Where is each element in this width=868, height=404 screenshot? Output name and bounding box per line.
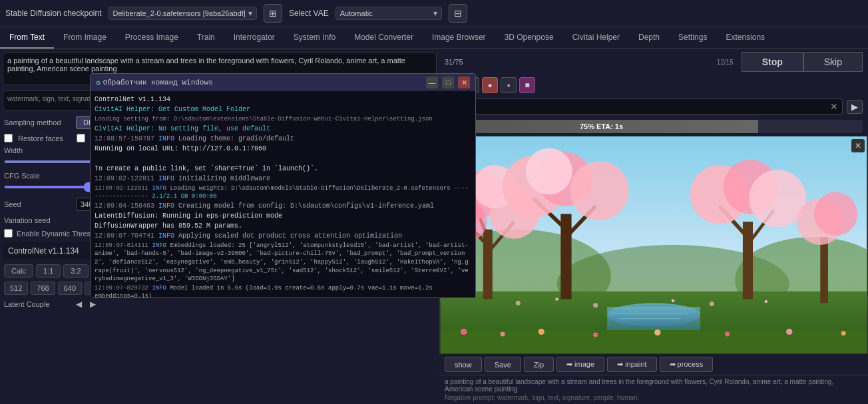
svg-point-36 bbox=[710, 302, 714, 306]
to-image-btn[interactable]: ➡ image bbox=[556, 357, 604, 372]
latent-couple-arrow[interactable]: ◀ bbox=[76, 300, 82, 309]
console-line-9: 12:09:02-122811 INFO Loading weights: D:… bbox=[95, 184, 471, 201]
svg-point-43 bbox=[539, 329, 544, 335]
top-bar: Stable Diffusion checkpoint Deliberate_2… bbox=[0, 0, 868, 27]
console-body: ControlNet v1.1.134 CivitAI Helper: Get … bbox=[91, 91, 475, 298]
styles-clear-btn[interactable]: ✕ bbox=[830, 101, 838, 112]
tab-image-browser[interactable]: Image Browser bbox=[423, 27, 495, 49]
image-close-btn[interactable]: ✕ bbox=[851, 139, 865, 152]
tab-depth[interactable]: Depth bbox=[629, 27, 669, 49]
tool-icons-row: ✓ 🗑 ● ▪ ■ bbox=[439, 75, 868, 96]
tab-process-image[interactable]: Process Image bbox=[116, 27, 188, 49]
settings-icon: ⊟ bbox=[454, 8, 462, 19]
console-icon: ⚙ bbox=[96, 79, 101, 87]
stop-button[interactable]: Stop bbox=[742, 52, 803, 72]
zip-btn[interactable]: Zip bbox=[524, 357, 554, 372]
tab-3d-openpose[interactable]: 3D Openpose bbox=[495, 27, 563, 49]
console-line-14: 12:09:07-814111 INFO Embeddings loaded: … bbox=[95, 242, 471, 284]
console-titlebar: ⚙ Обработчик команд Windows — □ ✕ bbox=[91, 74, 475, 91]
tool-square-btn[interactable]: ■ bbox=[519, 77, 535, 93]
tool-circle-btn[interactable]: ● bbox=[482, 77, 498, 93]
bottom-prompt-display: a painting of a beautiful landscape with… bbox=[439, 375, 868, 404]
vae-select[interactable]: Automatic ▾ bbox=[335, 7, 442, 20]
image-area: ✕ bbox=[439, 136, 868, 354]
restore-faces-label: Restore faces bbox=[18, 134, 63, 142]
tab-system-info[interactable]: System Info bbox=[284, 27, 345, 49]
progress-info: 31/75 bbox=[445, 58, 463, 66]
console-close-btn[interactable]: ✕ bbox=[458, 77, 470, 89]
show-btn[interactable]: show bbox=[445, 357, 482, 372]
skip-button[interactable]: Skip bbox=[803, 52, 863, 72]
main-content: a painting of a beautiful landscape with… bbox=[0, 49, 868, 404]
console-line-5: Running on local URL: http://127.0.0.1:7… bbox=[95, 144, 471, 154]
aspect-3-2-btn[interactable]: 3:2 bbox=[63, 264, 88, 278]
to-process-btn[interactable]: ➡ process bbox=[660, 357, 714, 372]
svg-point-47 bbox=[786, 329, 792, 335]
svg-point-35 bbox=[672, 300, 675, 303]
eta-progress-bar: 75% ETA: 1s bbox=[445, 120, 863, 133]
vae-icon-btn[interactable]: ⊟ bbox=[449, 4, 467, 23]
svg-point-22 bbox=[526, 148, 572, 194]
svg-point-46 bbox=[725, 331, 730, 336]
latent-couple-arrow-right[interactable]: ▶ bbox=[90, 300, 96, 309]
restore-faces-checkbox[interactable] bbox=[4, 134, 13, 142]
generated-image bbox=[440, 136, 867, 353]
right-top-bar: 31/75 12/15 Stop Skip bbox=[439, 49, 868, 75]
console-line-8: 12:09:02-122811 INFO Initializing middle… bbox=[95, 174, 471, 184]
size-640-btn[interactable]: 640 bbox=[58, 282, 82, 295]
eta-progress-fill: 75% ETA: 1s bbox=[445, 120, 758, 133]
console-title: ⚙ Обработчик команд Windows bbox=[96, 79, 213, 87]
latent-couple-row: Latent Couple ◀ ▶ bbox=[0, 297, 439, 311]
tab-train[interactable]: Train bbox=[188, 27, 224, 49]
console-maximize-btn[interactable]: □ bbox=[442, 77, 454, 89]
calc-btn[interactable]: Calc bbox=[4, 264, 33, 278]
tiling-checkbox[interactable] bbox=[77, 134, 85, 142]
to-inpaint-btn[interactable]: ➡ inpaint bbox=[607, 357, 656, 372]
svg-point-42 bbox=[500, 331, 505, 336]
vae-dropdown-icon: ▾ bbox=[433, 9, 437, 18]
stop-skip-btns: Stop Skip bbox=[742, 52, 863, 72]
tab-model-converter[interactable]: Model Converter bbox=[345, 27, 423, 49]
console-controls: — □ ✕ bbox=[426, 77, 470, 89]
dyn-thresh-checkbox[interactable] bbox=[4, 229, 13, 238]
svg-point-45 bbox=[654, 329, 660, 335]
tab-civitai-helper[interactable]: Civitai Helper bbox=[563, 27, 629, 49]
aspect-1-1-btn[interactable]: 1:1 bbox=[36, 264, 61, 278]
progress-info-2: 12/15 bbox=[717, 59, 734, 66]
console-line-3: CivitAI Helper: No setting file, use def… bbox=[95, 124, 471, 134]
console-line-2: Loading setting from: D:\sdautom\extensi… bbox=[95, 115, 471, 124]
tab-from-text[interactable]: From Text bbox=[0, 27, 54, 49]
size-512-btn[interactable]: 512 bbox=[4, 282, 28, 295]
controlnet-title: ControlNet v1.1.134 bbox=[8, 246, 79, 256]
size-768-btn[interactable]: 768 bbox=[31, 282, 55, 295]
checkpoint-dropdown-icon: ▾ bbox=[248, 9, 252, 18]
svg-point-31 bbox=[814, 192, 857, 236]
styles-apply-btn[interactable]: ▶ bbox=[847, 100, 863, 114]
console-line-11: LatentDiffusion: Running in eps-predicti… bbox=[95, 212, 471, 221]
bottom-action-row: show Save Zip ➡ image ➡ inpaint ➡ proces… bbox=[439, 354, 868, 375]
checkpoint-value: Deliberate_2-0.safetensors [9aba26abdf] bbox=[113, 9, 246, 17]
svg-point-21 bbox=[570, 161, 628, 220]
console-minimize-btn[interactable]: — bbox=[426, 77, 438, 89]
console-line-12: DiffusionWrapper has 859.52 M params. bbox=[95, 222, 471, 231]
tab-extensions[interactable]: Extensions bbox=[716, 27, 774, 49]
checkpoint-icon-btn[interactable]: ⊞ bbox=[264, 4, 282, 23]
checkpoint-select[interactable]: Deliberate_2-0.safetensors [9aba26abdf] … bbox=[108, 7, 257, 20]
console-line-10: 12:09:04-158463 INFO Creating model from… bbox=[95, 202, 471, 211]
variation-seed-label: Variation seed bbox=[4, 216, 71, 224]
grid-icon: ⊞ bbox=[269, 8, 277, 19]
svg-point-34 bbox=[593, 303, 598, 307]
vae-label: Select VAE bbox=[289, 9, 329, 18]
svg-rect-29 bbox=[820, 237, 828, 303]
eta-text: 75% ETA: 1s bbox=[580, 122, 623, 130]
tab-interrogator[interactable]: Interrogator bbox=[224, 27, 284, 49]
styles-arrow-icon: ▶ bbox=[851, 102, 858, 112]
tab-from-image[interactable]: From Image bbox=[54, 27, 116, 49]
tab-settings[interactable]: Settings bbox=[669, 27, 716, 49]
save-btn[interactable]: Save bbox=[485, 357, 521, 372]
tool-square-sm-btn[interactable]: ▪ bbox=[501, 77, 517, 93]
console-line-4: 12:08:57-150787 INFO Loading theme: grad… bbox=[95, 134, 471, 144]
styles-row: Styles ✕ ▶ bbox=[439, 96, 868, 117]
svg-point-48 bbox=[841, 331, 846, 335]
seed-label: Seed bbox=[4, 200, 71, 208]
